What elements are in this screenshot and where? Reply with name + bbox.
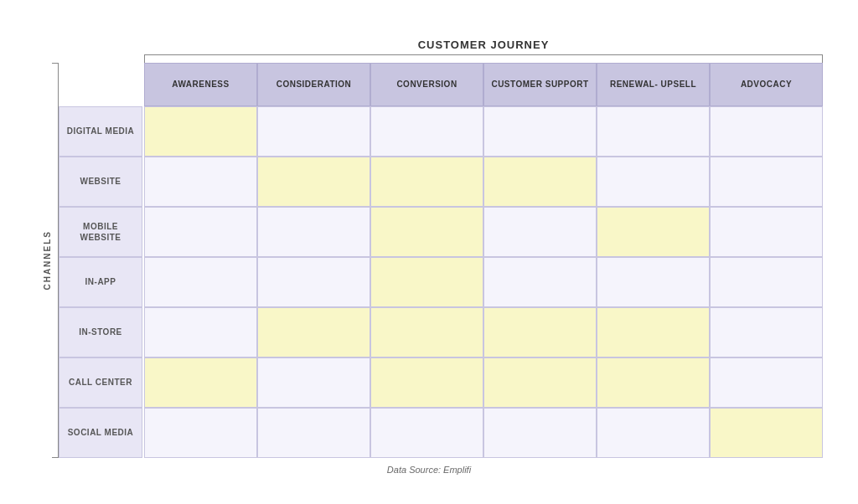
cell-4-5	[710, 307, 823, 357]
channels-bracket	[52, 63, 59, 458]
cell-1-3	[483, 157, 597, 207]
journey-header: CUSTOMER JOURNEY	[144, 39, 823, 63]
cell-6-0	[144, 408, 257, 458]
row-label-1: WEBSITE	[59, 157, 142, 207]
cell-3-3	[483, 257, 597, 307]
row-labels: DIGITAL MEDIAWEBSITEMOBILE WEBSITEIN-APP…	[59, 63, 142, 458]
cell-3-4	[597, 257, 710, 307]
cell-5-2	[370, 357, 483, 408]
cell-4-1	[257, 307, 370, 357]
cell-6-3	[483, 408, 597, 458]
cell-2-5	[710, 207, 823, 257]
cell-5-3	[483, 357, 597, 408]
cell-4-4	[597, 307, 710, 357]
cell-2-1	[257, 207, 370, 257]
cell-1-1	[257, 157, 370, 207]
left-side: CHANNELS DIGITAL MEDIAWEBSITEMOBILE WEBS…	[35, 63, 144, 458]
cell-4-2	[370, 307, 483, 357]
grid-area: CHANNELS DIGITAL MEDIAWEBSITEMOBILE WEBS…	[35, 63, 823, 458]
col-header-4: RENEWAL- UPSELL	[597, 63, 710, 106]
cell-1-2	[370, 157, 483, 207]
cell-5-5	[710, 357, 823, 408]
row-label-0: DIGITAL MEDIA	[59, 106, 142, 157]
channels-label-area: CHANNELS	[35, 63, 59, 458]
cell-3-2	[370, 257, 483, 307]
data-row-0	[144, 106, 823, 157]
row-label-3: IN-APP	[59, 257, 142, 307]
cell-6-4	[597, 408, 710, 458]
data-row-5	[144, 357, 823, 408]
cell-5-4	[597, 357, 710, 408]
data-row-4	[144, 307, 823, 357]
data-row-6	[144, 408, 823, 458]
data-row-2	[144, 207, 823, 257]
col-header-0: AWARENESS	[144, 63, 257, 106]
row-label-6: SOCIAL MEDIA	[59, 408, 142, 458]
row-label-4: IN-STORE	[59, 307, 142, 357]
cell-2-3	[483, 207, 597, 257]
cell-3-1	[257, 257, 370, 307]
cell-1-0	[144, 157, 257, 207]
journey-bracket	[144, 54, 823, 63]
cell-0-2	[370, 106, 483, 157]
cell-3-5	[710, 257, 823, 307]
cell-6-1	[257, 408, 370, 458]
col-header-5: ADVOCACY	[710, 63, 823, 106]
row-label-5: CALL CENTER	[59, 357, 142, 408]
cell-5-0	[144, 357, 257, 408]
cell-6-2	[370, 408, 483, 458]
cell-1-5	[710, 157, 823, 207]
cell-2-0	[144, 207, 257, 257]
cell-3-0	[144, 257, 257, 307]
cell-0-1	[257, 106, 370, 157]
cell-4-3	[483, 307, 597, 357]
cell-0-0	[144, 106, 257, 157]
cell-6-5	[710, 408, 823, 458]
cell-2-4	[597, 207, 710, 257]
cell-0-5	[710, 106, 823, 157]
col-header-2: CONVERSION	[370, 63, 483, 106]
col-headers: AWARENESSCONSIDERATIONCONVERSIONCUSTOMER…	[144, 63, 823, 106]
col-header-1: CONSIDERATION	[257, 63, 370, 106]
data-rows	[144, 106, 823, 458]
cell-1-4	[597, 157, 710, 207]
journey-title: CUSTOMER JOURNEY	[418, 39, 550, 51]
col-header-3: CUSTOMER SUPPORT	[483, 63, 597, 106]
table-area: AWARENESSCONSIDERATIONCONVERSIONCUSTOMER…	[144, 63, 823, 458]
cell-5-1	[257, 357, 370, 408]
channels-label: CHANNELS	[43, 230, 52, 291]
main-container: CUSTOMER JOURNEY CHANNELS DIGITAL MEDIAW…	[27, 22, 831, 483]
row-label-2: MOBILE WEBSITE	[59, 207, 142, 257]
cell-0-4	[597, 106, 710, 157]
data-row-3	[144, 257, 823, 307]
data-row-1	[144, 157, 823, 207]
footer: Data Source: Emplifi	[35, 465, 823, 475]
row-label-spacer	[59, 63, 142, 106]
cell-0-3	[483, 106, 597, 157]
cell-4-0	[144, 307, 257, 357]
cell-2-2	[370, 207, 483, 257]
